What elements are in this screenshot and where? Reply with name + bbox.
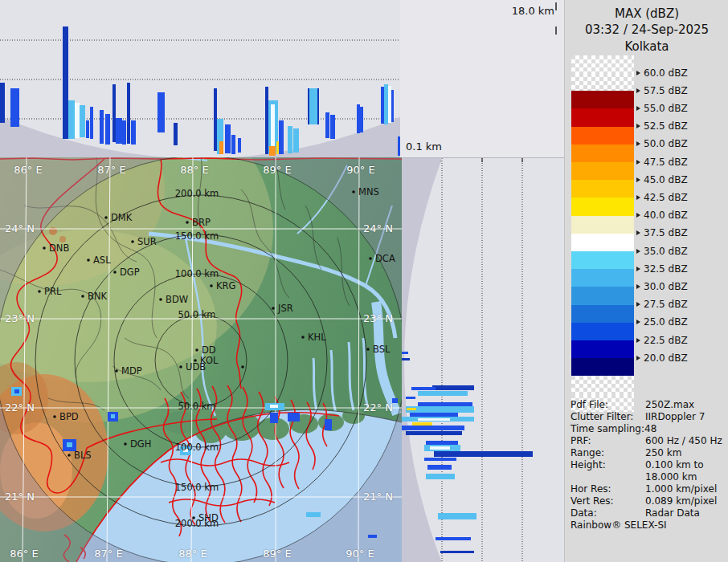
height-max-label: 18.0 km [512, 5, 554, 17]
station-label-ASL: ASL [93, 255, 111, 266]
profile-bar [0, 83, 5, 123]
station-label-UDB: UDB [186, 361, 206, 373]
scale-label: 45.0 dBZ [644, 174, 688, 185]
scale-label: 42.5 dBZ [644, 192, 688, 203]
scale-band [571, 358, 634, 376]
profile-bar [440, 551, 474, 553]
profile-bar [219, 141, 223, 154]
metadata-row: Time sampling:48 [571, 423, 726, 434]
profile-bar [131, 120, 136, 145]
station-marker-DCA [369, 257, 372, 260]
scale-band [571, 73, 634, 91]
metadata-label: Data: [571, 507, 645, 519]
station-marker-DGH [124, 442, 127, 446]
profile-bar [174, 123, 178, 145]
echo-patch [325, 419, 332, 430]
station-marker-BRP [186, 221, 189, 224]
height-gridlines [0, 40, 400, 119]
station-marker-BNK [81, 295, 84, 298]
top-profile-bars [0, 26, 400, 156]
range-ring-label: 100.0 km [175, 442, 219, 453]
scale-band [571, 180, 634, 198]
echo-patch [270, 413, 278, 423]
scale-band [571, 376, 634, 393]
radar-map: 86° E87° E88° E89° E90° E86° E87° E88° E… [0, 157, 402, 562]
metadata-label: PRF: [571, 435, 645, 446]
metadata-value: 250 km [645, 447, 681, 458]
scale-tick-arrow [636, 141, 640, 146]
station-label-MDP: MDP [121, 365, 142, 377]
station-label-DMK: DMK [111, 212, 133, 223]
scale-label: 32.5 dBZ [644, 263, 688, 275]
scale-label: 20.0 dBZ [644, 352, 688, 364]
metadata-row: Pdf File:250Z.max [571, 399, 726, 410]
echo-patch [392, 398, 398, 403]
scale-label: 25.0 dBZ [644, 316, 688, 328]
profile-bar [412, 422, 432, 426]
metadata-value: 1.000 km/pixel [645, 483, 717, 495]
profile-bar [214, 88, 217, 151]
metadata-value: 18.000 km [645, 471, 697, 483]
range-ring-label: 50.0 km [178, 401, 215, 412]
lat-label: 24° N [5, 222, 35, 234]
profile-bar [90, 107, 93, 139]
echo-patch [288, 413, 300, 422]
profile-bar [360, 107, 363, 132]
profile-bar [68, 100, 75, 139]
lon-label: 87° E [94, 548, 122, 560]
station-label-DGH: DGH [130, 438, 151, 450]
profile-bar [402, 358, 410, 360]
metadata-label: Clutter Filter: [571, 411, 645, 422]
metadata-value: IIRDoppler 7 [645, 411, 705, 422]
legend-title-block: MAX (dBZ) 03:32 / 24-Sep-2025 Kolkata [565, 6, 728, 55]
metadata-value: Radar Data [645, 507, 700, 519]
profile-bar [418, 402, 472, 406]
top-ticks [440, 158, 522, 162]
range-ring-label: 200.0 km [175, 188, 219, 199]
station-label-SUR: SUR [137, 236, 157, 247]
profile-bar [265, 87, 268, 154]
scale-tick-arrow [636, 71, 640, 75]
profile-bar [402, 426, 464, 430]
scale-label: 47.5 dBZ [644, 157, 688, 168]
profile-bar [288, 126, 292, 153]
profile-bar [436, 537, 471, 540]
station-marker-DNB [43, 246, 46, 250]
range-ring-label: 150.0 km [175, 230, 219, 242]
profile-bar [381, 87, 384, 124]
metadata-row: Vert Res:0.089 km/pixel [571, 495, 726, 507]
profile-bar [122, 120, 126, 145]
metadata-label: Height: [571, 459, 645, 470]
profile-bar [430, 446, 450, 450]
out-of-range-wedge [0, 116, 400, 157]
station-label-DCA: DCA [375, 253, 395, 264]
profile-bar [100, 110, 104, 144]
scale-band [571, 162, 634, 180]
scale-band [571, 340, 634, 358]
scale-tick-arrow [636, 160, 640, 165]
profile-bar [293, 128, 299, 153]
metadata-label: Range: [571, 447, 645, 458]
profile-bar [127, 83, 130, 144]
station-marker-SHD [192, 516, 195, 519]
scale-tick-arrow [636, 338, 640, 343]
height-axis-corner: 18.0 km 0.1 km [400, 0, 564, 157]
station-label-BNK: BNK [88, 291, 107, 302]
profile-bar [271, 104, 275, 151]
station-label-BRP: BRP [192, 217, 211, 228]
radar-display-window: 18.0 km 0.1 km [0, 0, 728, 562]
lat-label: 22° N [363, 401, 393, 413]
scale-band [571, 287, 634, 304]
metadata-row: PRF:600 Hz / 450 Hz [571, 435, 726, 446]
scale-tick-arrow [636, 106, 640, 111]
scale-label: 50.0 dBZ [644, 138, 688, 149]
scale-label: 27.5 dBZ [644, 299, 688, 310]
profile-bar [406, 397, 415, 399]
profile-bar [384, 84, 388, 124]
station-label-DNB: DNB [49, 242, 69, 254]
product-datetime: 03:32 / 24-Sep-2025 [565, 22, 728, 38]
station-label-MNS: MNS [358, 186, 379, 198]
profile-bar [427, 465, 452, 470]
scale-band [571, 323, 634, 340]
station-label-BSL: BSL [373, 344, 391, 355]
